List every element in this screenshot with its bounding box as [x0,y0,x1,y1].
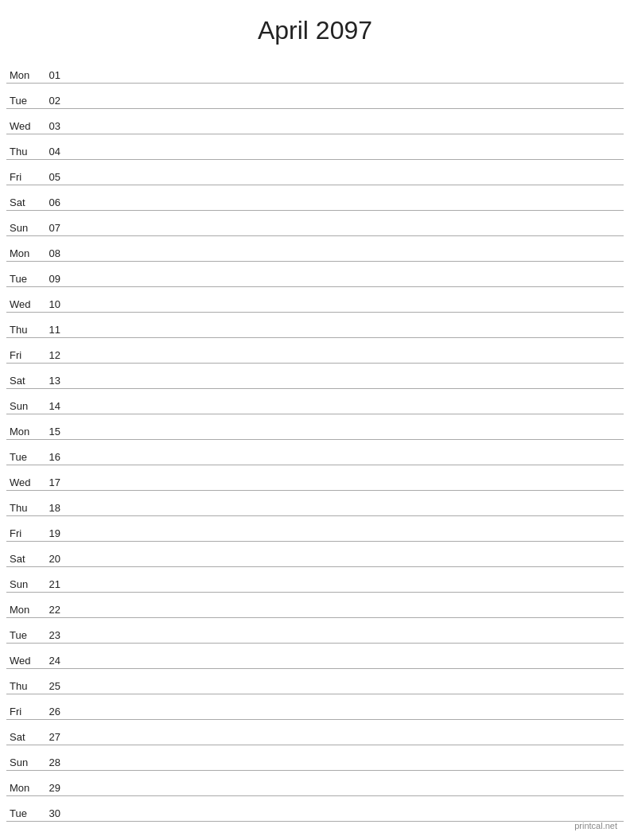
day-name: Mon [6,247,38,259]
day-line [67,793,624,794]
day-name: Sat [6,196,38,208]
day-name: Mon [6,69,38,81]
day-line [67,768,624,768]
day-name: Mon [6,604,38,616]
day-line [67,182,624,183]
calendar-row: Thu25 [6,669,624,694]
day-number: 25 [38,680,60,692]
day-line [67,360,624,361]
calendar-row: Thu04 [6,134,624,160]
day-name: Tue [6,95,38,107]
calendar-row: Fri26 [6,694,624,720]
day-name: Sat [6,375,38,387]
calendar-row: Tue23 [6,618,624,644]
calendar-row: Fri19 [6,516,624,542]
day-name: Tue [6,629,38,641]
day-line [67,157,624,158]
day-number: 19 [38,527,60,539]
day-name: Mon [6,782,38,794]
calendar-row: Sun07 [6,211,624,236]
day-line [67,259,624,259]
day-number: 22 [38,604,60,616]
calendar-row: Tue16 [6,440,624,465]
day-number: 07 [38,222,60,234]
day-line [67,742,624,743]
calendar-row: Sat20 [6,542,624,567]
day-name: Wed [6,298,38,310]
day-name: Sat [6,731,38,743]
day-name: Tue [6,273,38,285]
day-number: 11 [38,324,60,336]
calendar-row: Wed03 [6,109,624,134]
calendar-row: Thu18 [6,491,624,516]
calendar-grid: Mon01Tue02Wed03Thu04Fri05Sat06Sun07Mon08… [0,58,630,822]
day-name: Thu [6,680,38,692]
day-number: 26 [38,706,60,718]
day-name: Tue [6,451,38,463]
day-number: 29 [38,782,60,794]
calendar-row: Mon29 [6,771,624,796]
day-line [67,106,624,107]
day-number: 17 [38,476,60,488]
calendar-row: Mon22 [6,593,624,618]
day-number: 21 [38,578,60,590]
day-line [67,564,624,565]
day-name: Thu [6,146,38,158]
day-number: 09 [38,273,60,285]
day-number: 30 [38,807,60,819]
day-line [67,717,624,718]
day-number: 27 [38,731,60,743]
calendar-row: Sat13 [6,364,624,389]
day-number: 02 [38,95,60,107]
day-number: 06 [38,196,60,208]
calendar-row: Mon08 [6,236,624,262]
day-line [67,131,624,132]
day-line [67,666,624,667]
day-line [67,589,624,590]
day-number: 03 [38,120,60,132]
day-number: 12 [38,349,60,361]
calendar-row: Mon15 [6,414,624,440]
calendar-row: Tue30 [6,796,624,822]
day-name: Wed [6,655,38,667]
day-name: Thu [6,324,38,336]
day-name: Mon [6,426,38,438]
day-name: Sat [6,553,38,565]
calendar-row: Fri12 [6,338,624,364]
day-number: 24 [38,655,60,667]
day-number: 18 [38,502,60,514]
day-number: 23 [38,629,60,641]
day-name: Fri [6,171,38,183]
day-name: Sun [6,578,38,590]
day-number: 13 [38,375,60,387]
calendar-row: Sat27 [6,720,624,745]
day-line [67,437,624,438]
calendar-row: Sat06 [6,185,624,211]
calendar-row: Tue02 [6,84,624,109]
day-number: 20 [38,553,60,565]
day-line [67,819,624,819]
day-name: Fri [6,349,38,361]
day-number: 16 [38,451,60,463]
day-number: 05 [38,171,60,183]
day-line [67,233,624,234]
day-line [67,386,624,387]
day-name: Fri [6,527,38,539]
day-line [67,462,624,463]
calendar-row: Sun21 [6,567,624,593]
day-line [67,208,624,208]
calendar-row: Sun28 [6,745,624,771]
day-line [67,640,624,641]
day-name: Wed [6,120,38,132]
day-number: 10 [38,298,60,310]
day-line [67,411,624,412]
day-name: Fri [6,706,38,718]
day-name: Sun [6,222,38,234]
day-line [67,513,624,514]
calendar-row: Mon01 [6,58,624,84]
calendar-row: Tue09 [6,262,624,287]
day-name: Thu [6,502,38,514]
day-line [67,284,624,285]
calendar-row: Sun14 [6,389,624,414]
page-title: April 2097 [0,0,630,58]
